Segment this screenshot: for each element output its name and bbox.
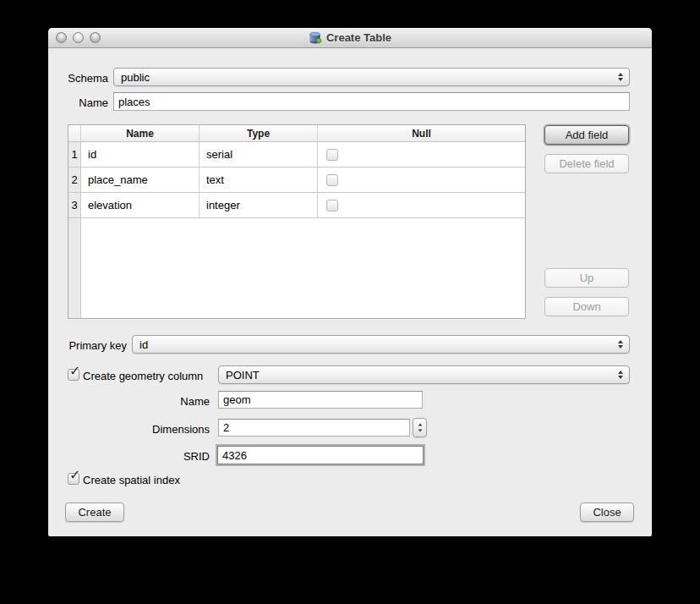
- geometry-type-dropdown[interactable]: POINT: [218, 365, 630, 384]
- create-geometry-label: Create geometry column: [83, 370, 203, 382]
- row-number: 3: [68, 193, 81, 218]
- primary-key-dropdown-value: id: [139, 338, 148, 351]
- dimensions-label: Dimensions: [116, 423, 210, 436]
- close-button[interactable]: Close: [580, 502, 634, 522]
- fields-table[interactable]: Name Type Null 1 id serial 2 place_name …: [68, 124, 526, 319]
- create-button[interactable]: Create: [65, 502, 124, 522]
- header-name: Name: [81, 125, 200, 141]
- field-name-cell[interactable]: elevation: [81, 193, 200, 218]
- dimensions-input[interactable]: [218, 419, 410, 437]
- field-type-cell[interactable]: serial: [200, 142, 318, 167]
- schema-dropdown[interactable]: public: [113, 68, 630, 86]
- stepper-down-icon: [418, 429, 422, 431]
- schema-dropdown-value: public: [121, 71, 150, 84]
- null-checkbox[interactable]: [326, 149, 338, 161]
- null-checkbox[interactable]: [326, 174, 338, 186]
- header-null: Null: [318, 125, 525, 141]
- close-window-button[interactable]: [56, 32, 67, 43]
- schema-label: Schema: [48, 72, 108, 85]
- checkmark-icon: ✓: [69, 469, 80, 482]
- field-type-cell[interactable]: text: [200, 167, 318, 193]
- delete-field-button[interactable]: Delete field: [544, 154, 629, 173]
- table-name-input[interactable]: [113, 92, 630, 111]
- add-field-button[interactable]: Add field: [544, 125, 629, 145]
- header-type: Type: [200, 125, 318, 141]
- srid-label: SRID: [133, 450, 210, 463]
- table-row[interactable]: 2 place_name text: [68, 167, 525, 193]
- stepper-up-icon: [418, 423, 422, 426]
- table-row[interactable]: 3 elevation integer: [68, 193, 525, 218]
- checkmark-icon: ✓: [69, 365, 80, 378]
- geometry-type-value: POINT: [226, 369, 260, 382]
- window-title: Create Table: [326, 31, 391, 44]
- row-number: 2: [68, 167, 81, 193]
- header-row-number: [68, 125, 81, 141]
- titlebar[interactable]: Create Table: [48, 28, 652, 48]
- table-name-label: Name: [48, 96, 108, 109]
- field-name-cell[interactable]: place_name: [81, 167, 200, 193]
- primary-key-label: Primary key: [48, 339, 127, 352]
- dropdown-arrows-icon: [618, 371, 623, 379]
- minimize-window-button[interactable]: [73, 32, 84, 43]
- create-spatial-index-label: Create spatial index: [83, 474, 180, 486]
- null-checkbox[interactable]: [326, 200, 338, 211]
- dropdown-arrows-icon: [618, 340, 623, 349]
- down-button[interactable]: Down: [544, 297, 629, 316]
- table-row[interactable]: 1 id serial: [68, 142, 525, 167]
- primary-key-dropdown[interactable]: id: [132, 335, 630, 354]
- geometry-name-label: Name: [133, 395, 210, 408]
- dimensions-stepper[interactable]: [413, 418, 427, 437]
- srid-input[interactable]: [217, 446, 424, 464]
- geometry-name-input[interactable]: [218, 391, 423, 409]
- field-name-cell[interactable]: id: [81, 142, 200, 167]
- database-icon: [309, 31, 322, 45]
- zoom-window-button[interactable]: [90, 32, 101, 43]
- create-table-dialog: Create Table Schema public Name Name Typ…: [48, 28, 652, 536]
- fields-table-header: Name Type Null: [68, 125, 525, 142]
- up-button[interactable]: Up: [544, 268, 629, 288]
- row-number: 1: [68, 142, 81, 167]
- create-geometry-checkbox[interactable]: ✓: [68, 369, 79, 381]
- field-type-cell[interactable]: integer: [200, 193, 318, 218]
- create-spatial-index-checkbox[interactable]: ✓: [68, 473, 79, 485]
- dropdown-arrows-icon: [618, 73, 623, 81]
